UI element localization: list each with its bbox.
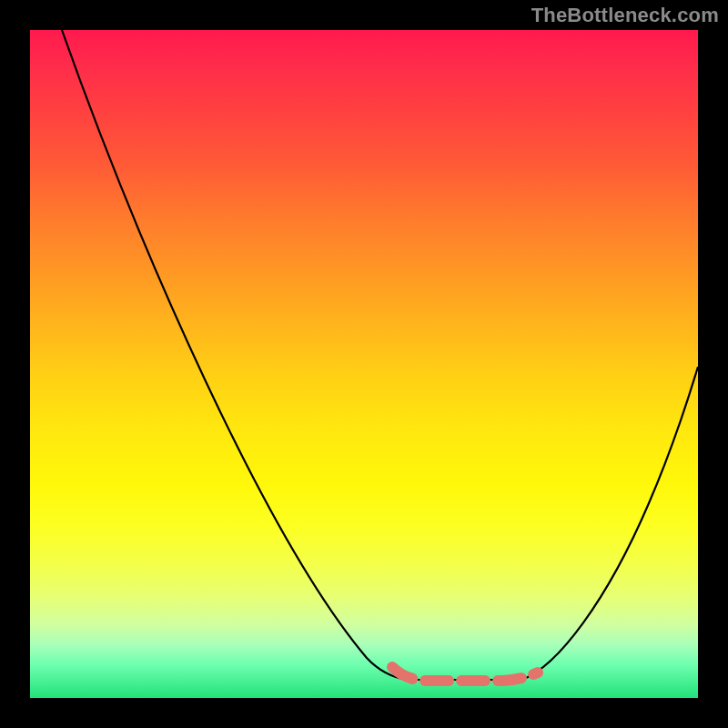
watermark-text: TheBottleneck.com: [531, 4, 719, 27]
left-curve: [62, 30, 408, 680]
plot-area: [30, 30, 698, 698]
right-curve: [521, 367, 698, 680]
chart-frame: TheBottleneck.com: [0, 0, 728, 728]
optimum-marker: [392, 667, 538, 681]
curve-overlay: [30, 30, 698, 698]
